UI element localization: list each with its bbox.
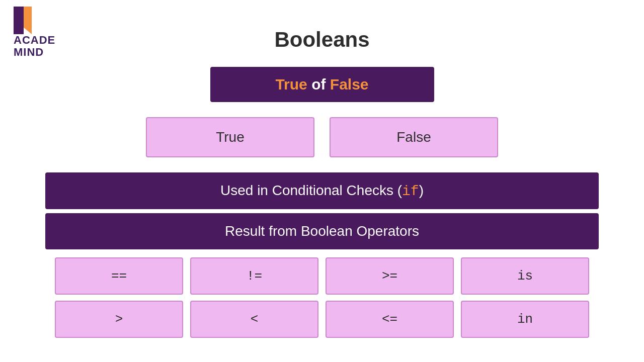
logo-text: ACADEMIND xyxy=(14,34,55,58)
operator-lt: < xyxy=(190,301,318,338)
banner-word-false: False xyxy=(330,76,369,93)
conditional-text-before: Used in Conditional Checks ( xyxy=(220,183,402,198)
conditional-text-code: if xyxy=(402,184,419,199)
logo-bookmark-icon xyxy=(14,7,32,34)
operators-banner: Result from Boolean Operators xyxy=(45,213,599,249)
conditional-banner: Used in Conditional Checks (if) xyxy=(45,172,599,209)
operator-row-1: == != >= is xyxy=(55,257,589,295)
operator-gt: > xyxy=(55,301,183,338)
main-content: True of False True False Used in Conditi… xyxy=(0,52,644,344)
operator-gte: >= xyxy=(326,257,454,295)
operator-eq: == xyxy=(55,257,183,295)
logo: ACADEMIND xyxy=(14,7,55,58)
operator-is: is xyxy=(461,257,589,295)
svg-marker-1 xyxy=(14,7,24,34)
banner-word-true: True xyxy=(275,76,307,93)
banner-word-of: of xyxy=(307,76,330,93)
operator-lte: <= xyxy=(326,301,454,338)
operator-neq: != xyxy=(190,257,318,295)
true-false-banner: True of False xyxy=(210,67,434,102)
bool-boxes-row: True False xyxy=(146,117,498,157)
operator-in: in xyxy=(461,301,589,338)
true-box: True xyxy=(146,117,314,157)
page-title: Booleans xyxy=(0,0,644,52)
operators-banner-label: Result from Boolean Operators xyxy=(225,223,419,239)
conditional-text-after: ) xyxy=(419,183,424,198)
false-box: False xyxy=(330,117,498,157)
operator-row-2: > < <= in xyxy=(55,301,589,338)
